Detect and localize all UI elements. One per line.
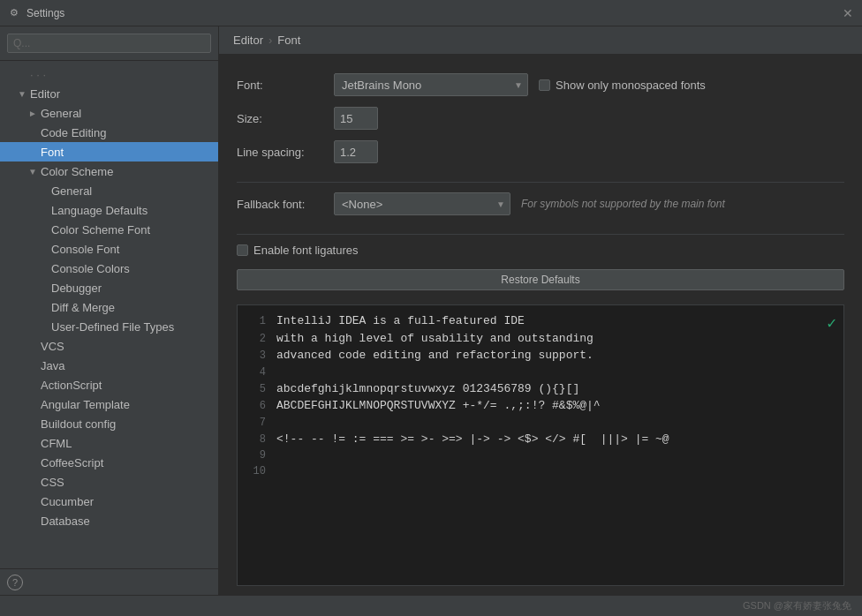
monospaced-checkbox[interactable] <box>539 79 550 91</box>
window-icon: ⚙ <box>7 6 21 20</box>
line-spacing-row: Line spacing: <box>237 139 844 164</box>
sidebar-item-color-scheme-font-label: Color Scheme Font <box>51 223 150 237</box>
line-num-5: 5 <box>245 381 266 397</box>
sidebar-item-coffeescript-label: CoffeeScript <box>41 456 103 470</box>
code-preview: ✓ 1 IntelliJ IDEA is a full-featured IDE… <box>237 304 844 586</box>
line-spacing-input[interactable] <box>334 140 378 163</box>
fallback-hint: For symbols not supported by the main fo… <box>521 198 725 210</box>
divider-1 <box>237 182 844 183</box>
sidebar-item-cs-general[interactable]: General <box>0 181 218 200</box>
sidebar-item-console-font[interactable]: Console Font <box>0 239 218 259</box>
code-line-2: 2 with a high level of usability and out… <box>238 330 843 348</box>
ligatures-checkbox-row[interactable]: Enable font ligatures <box>237 244 359 257</box>
sidebar-item-user-defined[interactable]: User-Defined File Types <box>0 317 218 336</box>
sidebar-item-code-editing-label: Code Editing <box>41 126 106 139</box>
sidebar-item-color-scheme-font[interactable]: Color Scheme Font <box>0 220 218 239</box>
sidebar-item-general[interactable]: ► General <box>0 103 218 123</box>
fallback-font-label: Fallback font: <box>237 198 334 211</box>
sidebar-item-database-label: Database <box>41 515 90 528</box>
sidebar-item-language-defaults[interactable]: Language Defaults <box>0 200 218 220</box>
fallback-font-control: <None> ▼ For symbols not supported by th… <box>334 192 725 215</box>
sidebar-item-cs-general-label: General <box>51 184 92 198</box>
watermark-bar: GSDN @家有娇妻张兔免 <box>0 595 862 616</box>
code-line-8: 8 <!-- -- != := === >= >- >=> |-> -> <$>… <box>238 431 843 448</box>
line-content-5: abcdefghijklmnopqrstuvwxyz 0123456789 ()… <box>276 380 579 398</box>
line-content-6: ABCDEFGHIJKLMNOPQRSTUVWXYZ +-*/= .,;:!? … <box>276 397 601 415</box>
right-panel: Editor › Font Font: JetBrains Mono ▼ <box>219 26 862 595</box>
sidebar-tree: · · · ▼ Editor ► General Code Editing Fo… <box>0 61 218 568</box>
sidebar-item-console-font-label: Console Font <box>51 243 119 256</box>
sidebar-item-language-defaults-label: Language Defaults <box>51 204 147 217</box>
sidebar-item-cucumber-label: Cucumber <box>41 495 94 508</box>
sidebar-item-buildout-config[interactable]: Buildout config <box>0 414 218 433</box>
arrow-down-icon-2: ▼ <box>28 167 39 177</box>
line-num-9: 9 <box>245 447 266 463</box>
ligatures-checkbox[interactable] <box>237 244 248 256</box>
sidebar-item-editor-label: Editor <box>30 87 60 101</box>
code-line-4: 4 <box>238 364 843 380</box>
line-content-1: IntelliJ IDEA is a full-featured IDE <box>276 312 525 330</box>
sidebar-item-user-defined-label: User-Defined File Types <box>51 320 174 334</box>
font-label: Font: <box>237 79 334 92</box>
sidebar-item-coffeescript[interactable]: CoffeeScript <box>0 453 218 472</box>
monospaced-checkbox-row[interactable]: Show only monospaced fonts <box>539 79 706 92</box>
line-num-8: 8 <box>245 432 266 447</box>
settings-form: Font: JetBrains Mono ▼ Show only monospa… <box>219 55 862 595</box>
breadcrumb-current: Font <box>277 34 300 47</box>
code-line-7: 7 <box>238 415 843 431</box>
sidebar-item-editor[interactable]: ▼ Editor <box>0 84 218 103</box>
sidebar-item-font[interactable]: Font <box>0 142 218 162</box>
ligatures-row: Enable font ligatures <box>237 244 844 257</box>
sidebar-item-diff-merge[interactable]: Diff & Merge <box>0 297 218 317</box>
font-dropdown-wrapper: JetBrains Mono ▼ <box>334 73 528 96</box>
search-box <box>0 26 218 61</box>
sidebar-item-diff-merge-label: Diff & Merge <box>51 301 115 314</box>
sidebar-item-console-colors-label: Console Colors <box>51 262 130 275</box>
breadcrumb-separator: › <box>268 34 272 47</box>
sidebar-item-actionscript[interactable]: ActionScript <box>0 375 218 394</box>
sidebar-item-java[interactable]: Java <box>0 356 218 375</box>
sidebar-item-vcs[interactable]: VCS <box>0 336 218 356</box>
sidebar-item-console-colors[interactable]: Console Colors <box>0 259 218 278</box>
size-control <box>334 107 378 130</box>
sidebar: · · · ▼ Editor ► General Code Editing Fo… <box>0 26 219 595</box>
font-row: Font: JetBrains Mono ▼ Show only monospa… <box>237 72 844 97</box>
sidebar-item-general-label: General <box>41 107 81 120</box>
search-input[interactable] <box>7 34 211 53</box>
font-dropdown[interactable]: JetBrains Mono <box>334 73 528 96</box>
sidebar-item-database[interactable]: Database <box>0 511 218 530</box>
restore-defaults-button[interactable]: Restore Defaults <box>237 269 844 290</box>
line-content-8: <!-- -- != := === >= >- >=> |-> -> <$> <… <box>276 431 669 448</box>
line-content-3: advanced code editing and refactoring su… <box>276 347 594 364</box>
sidebar-item-code-editing[interactable]: Code Editing <box>0 123 218 142</box>
divider-2 <box>237 234 844 235</box>
arrow-down-icon: ▼ <box>18 89 28 99</box>
code-line-10: 10 <box>238 463 843 479</box>
sidebar-item-color-scheme-label: Color Scheme <box>41 165 113 178</box>
sidebar-item-debugger[interactable]: Debugger <box>0 278 218 297</box>
watermark-text: GSDN @家有娇妻张兔免 <box>743 599 851 612</box>
sidebar-item-font-label: Font <box>41 146 64 159</box>
breadcrumb: Editor › Font <box>219 26 862 55</box>
main-content: · · · ▼ Editor ► General Code Editing Fo… <box>0 26 862 595</box>
sidebar-item-cucumber[interactable]: Cucumber <box>0 492 218 511</box>
code-line-6: 6 ABCDEFGHIJKLMNOPQRSTUVWXYZ +-*/= .,;:!… <box>238 397 843 415</box>
sidebar-item-debugger-label: Debugger <box>51 282 102 295</box>
close-button[interactable]: ✕ <box>841 6 855 20</box>
code-line-3: 3 advanced code editing and refactoring … <box>238 347 843 364</box>
help-button[interactable]: ? <box>7 575 23 590</box>
sidebar-item-java-label: Java <box>41 359 64 372</box>
line-num-1: 1 <box>245 313 266 329</box>
sidebar-item-cfml[interactable]: CFML <box>0 433 218 453</box>
sidebar-item-angular-template-label: Angular Template <box>41 398 130 411</box>
fallback-font-dropdown[interactable]: <None> <box>334 192 510 215</box>
line-num-3: 3 <box>245 348 266 364</box>
sidebar-item-angular-template[interactable]: Angular Template <box>0 394 218 414</box>
size-label: Size: <box>237 112 334 125</box>
sidebar-item-color-scheme[interactable]: ▼ Color Scheme <box>0 162 218 181</box>
line-num-4: 4 <box>245 364 266 380</box>
sidebar-item-css[interactable]: CSS <box>0 472 218 492</box>
arrow-right-icon: ► <box>28 109 39 118</box>
window-title: Settings <box>26 7 841 19</box>
size-input[interactable] <box>334 107 378 130</box>
